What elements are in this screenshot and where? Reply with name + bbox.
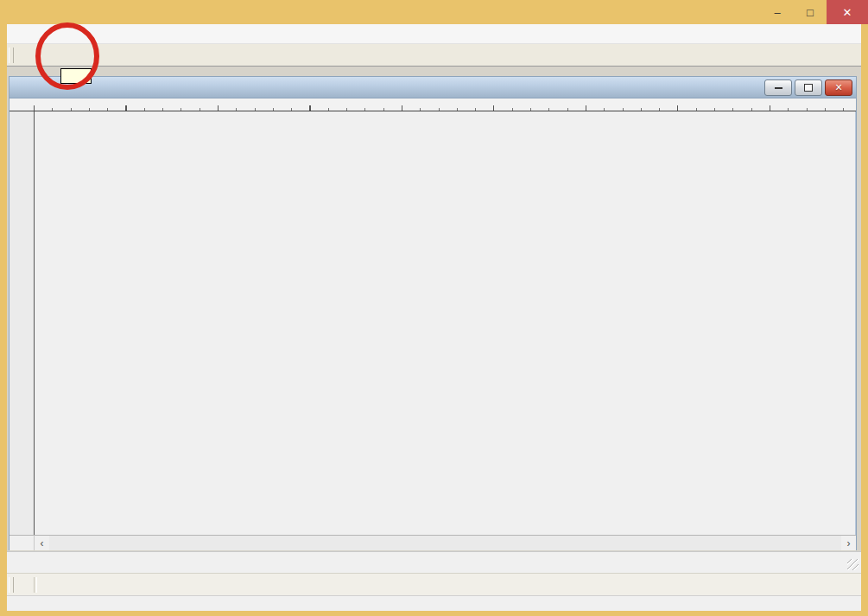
restore-icon [804, 84, 813, 92]
menu-bar [7, 24, 861, 44]
minimize-icon [775, 87, 782, 89]
statusline [7, 595, 861, 612]
toolbar-grip[interactable] [9, 577, 14, 593]
scrollbar-track[interactable] [49, 536, 841, 550]
wavosaur-logo-icon [7, 4, 22, 20]
maximize-button[interactable]: □ [794, 0, 827, 24]
document-minimize-button[interactable] [764, 79, 792, 96]
document-window: ✕ ‹ › [9, 76, 857, 550]
db-scale [10, 111, 35, 535]
close-button[interactable]: ✕ [827, 0, 868, 24]
document-titlebar[interactable]: ✕ [10, 77, 856, 98]
window-titlebar: – □ ✕ [0, 0, 868, 24]
main-toolbar [7, 44, 861, 66]
close-icon: ✕ [834, 83, 842, 92]
scrollbar-corner [10, 536, 35, 550]
waveform-display[interactable] [35, 111, 855, 535]
separator [34, 577, 37, 593]
time-ruler[interactable] [10, 98, 856, 111]
toolbar-grip[interactable] [9, 48, 14, 63]
ruler-ticks [34, 98, 854, 111]
minimize-button[interactable]: – [761, 0, 794, 24]
save-tooltip [60, 68, 92, 84]
document-restore-button[interactable] [795, 79, 822, 96]
scroll-right-icon[interactable]: › [841, 536, 856, 550]
zoom-toolbar [7, 573, 861, 595]
scroll-left-icon[interactable]: ‹ [35, 536, 49, 550]
window-border [0, 24, 7, 616]
horizontal-scrollbar[interactable]: ‹ › [10, 535, 856, 550]
window-border [861, 24, 868, 616]
wavosaur-document-icon [16, 80, 31, 95]
window-border [0, 611, 868, 616]
document-close-button[interactable]: ✕ [825, 79, 852, 96]
mdi-client-area: ✕ ‹ › [7, 66, 861, 552]
status-bar [7, 551, 861, 573]
resize-grip[interactable] [847, 559, 858, 570]
